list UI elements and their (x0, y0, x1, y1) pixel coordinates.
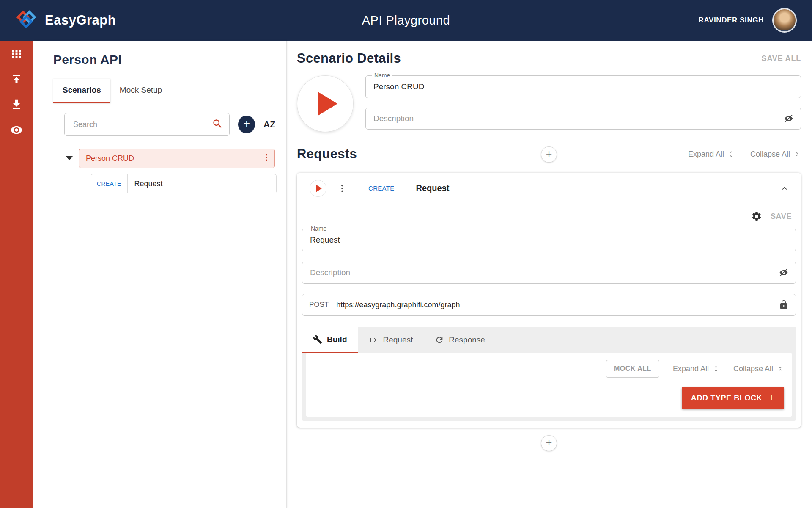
request-tabbar: Build Request Response (302, 327, 796, 353)
save-request-button[interactable]: SAVE (771, 212, 792, 221)
panel-tabs: Scenarios Mock Setup (53, 79, 275, 103)
add-request-button-top[interactable]: + (541, 146, 557, 163)
request-description-field (302, 262, 796, 284)
plus-icon: + (768, 392, 775, 404)
request-title: Request (416, 183, 450, 193)
search-row: + AZ (64, 113, 275, 136)
http-method-label: POST (309, 301, 329, 309)
tab-mock-setup[interactable]: Mock Setup (110, 79, 171, 103)
search-icon[interactable] (212, 118, 223, 131)
user-area: RAVINDER SINGH (536, 8, 797, 33)
add-type-block-label: ADD TYPE BLOCK (691, 394, 762, 403)
scenario-item-label: Person CRUD (86, 154, 262, 163)
scenario-name-label: Name (372, 72, 392, 79)
expand-all-control[interactable]: Expand All (688, 150, 735, 159)
apps-grid-icon[interactable] (10, 47, 23, 60)
requests-heading: Requests (297, 146, 357, 162)
lock-icon[interactable] (779, 300, 789, 310)
request-method-badge: CREATE (91, 174, 128, 193)
description-preview-icon[interactable] (779, 268, 789, 278)
request-fields: Name POST https://easygraph.graphifi.com… (302, 229, 796, 316)
tab-response[interactable]: Response (424, 327, 496, 353)
request-save-row: SAVE (302, 204, 796, 229)
build-collapse-all-label: Collapse All (733, 364, 773, 373)
expand-all-label: Expand All (688, 150, 724, 159)
add-type-block-row: ADD TYPE BLOCK + (314, 387, 784, 409)
tab-scenarios[interactable]: Scenarios (53, 79, 110, 103)
unfold-less-icon (776, 365, 784, 373)
left-icon-rail (0, 41, 33, 508)
request-item-label: Request (134, 179, 163, 188)
top-bar: EasyGraph API Playground RAVINDER SINGH (0, 0, 812, 41)
connector-line (549, 428, 549, 435)
scenario-name-input[interactable] (373, 82, 794, 92)
brand: EasyGraph (15, 9, 276, 31)
run-request-button[interactable] (310, 180, 326, 197)
tab-build-label: Build (327, 335, 347, 344)
scenario-tree: Person CRUD CREATE Request (64, 149, 275, 193)
tab-build[interactable]: Build (302, 327, 358, 353)
unfold-less-icon (793, 150, 801, 158)
request-description-input[interactable] (309, 268, 779, 278)
save-all-button[interactable]: SAVE ALL (762, 54, 801, 63)
wrench-icon (313, 335, 322, 344)
scenario-description-input[interactable] (373, 113, 784, 124)
app-name: EasyGraph (45, 13, 116, 28)
request-url-field: POST https://easygraph.graphifi.com/grap… (302, 294, 796, 316)
scenario-details-head: Scenario Details SAVE ALL (297, 51, 801, 66)
request-tabs-panel: Build Request Response MOCK (302, 327, 796, 421)
requests-controls: Expand All Collapse All (688, 150, 801, 159)
add-request-button-bottom[interactable]: + (541, 435, 557, 451)
mock-all-button[interactable]: MOCK ALL (606, 360, 659, 378)
settings-gear-icon[interactable] (751, 211, 762, 222)
api-title: Person API (53, 52, 275, 67)
play-icon (316, 185, 322, 192)
build-tab-content: MOCK ALL Expand All Collapse All (306, 353, 792, 417)
request-tree-item[interactable]: CREATE Request (91, 174, 277, 193)
request-card-body: SAVE Name POST https:// (297, 204, 801, 428)
tree-collapse-caret[interactable] (66, 156, 73, 160)
insert-request-top: + (541, 146, 557, 174)
connector-line (549, 163, 549, 174)
play-icon (318, 92, 337, 116)
request-name-input[interactable] (309, 235, 789, 245)
search-input[interactable] (72, 120, 212, 130)
request-name-label: Name (308, 225, 329, 232)
upload-icon[interactable] (10, 73, 23, 86)
scenario-details-heading: Scenario Details (297, 51, 401, 66)
scenario-panel: Person API Scenarios Mock Setup + AZ Per… (33, 41, 287, 508)
user-avatar[interactable] (772, 8, 797, 33)
run-scenario-button[interactable] (297, 75, 354, 132)
request-method-badge: CREATE (358, 173, 405, 204)
scenario-description-field (365, 108, 801, 130)
collapse-card-icon[interactable] (780, 184, 789, 193)
build-controls-row: MOCK ALL Expand All Collapse All (314, 360, 784, 378)
tab-response-label: Response (449, 335, 485, 345)
scenario-item-selected[interactable]: Person CRUD (79, 149, 275, 168)
eye-icon[interactable] (10, 124, 23, 136)
collapse-all-label: Collapse All (750, 150, 790, 159)
build-expand-all-control[interactable]: Expand All (673, 364, 720, 373)
tab-request-label: Request (383, 335, 413, 345)
page-title: API Playground (276, 14, 536, 28)
scenario-menu-icon[interactable] (262, 153, 271, 164)
tab-request[interactable]: Request (358, 327, 424, 353)
unfold-more-icon (727, 150, 735, 158)
request-arrow-icon (369, 335, 379, 345)
add-type-block-button[interactable]: ADD TYPE BLOCK + (682, 387, 784, 409)
build-collapse-all-control[interactable]: Collapse All (733, 364, 784, 373)
build-expand-all-label: Expand All (673, 364, 709, 373)
request-url-text[interactable]: https://easygraph.graphifi.com/graph (336, 301, 779, 309)
response-refresh-icon (435, 335, 444, 345)
description-preview-icon[interactable] (784, 113, 794, 124)
request-card: CREATE Request SAVE Name (297, 173, 801, 428)
request-card-header: CREATE Request (297, 173, 801, 204)
download-icon[interactable] (10, 98, 23, 111)
collapse-all-control[interactable]: Collapse All (750, 150, 801, 159)
scenario-row: Person CRUD (64, 149, 275, 168)
sort-az-icon[interactable]: AZ (263, 119, 275, 130)
add-scenario-button[interactable]: + (238, 116, 255, 133)
request-menu-icon[interactable] (337, 184, 347, 193)
user-name: RAVINDER SINGH (699, 16, 764, 25)
main-content: Scenario Details SAVE ALL Name (287, 41, 812, 508)
